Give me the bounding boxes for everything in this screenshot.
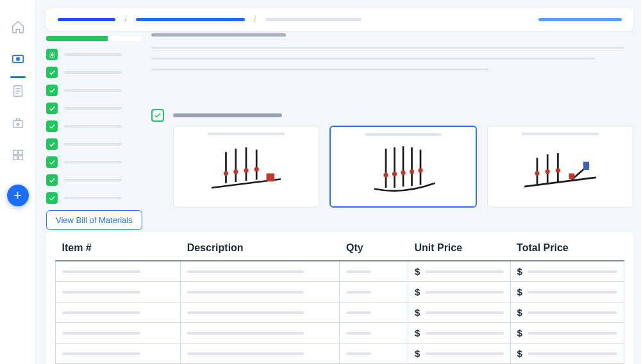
checklist-item[interactable] [46,67,142,78]
svg-rect-7 [13,151,17,154]
svg-point-30 [410,169,414,174]
checklist-label [64,89,122,92]
checklist-item[interactable] [46,103,142,114]
checklist-item[interactable] [46,174,142,186]
rail-apps[interactable] [9,147,27,165]
svg-point-29 [401,170,405,175]
cell-total-price [528,311,617,314]
cell-item [62,291,140,294]
cell-item [62,311,140,314]
breadcrumb-crumb-1[interactable] [58,18,115,21]
svg-point-36 [535,171,539,176]
cell-unit-price [425,311,503,314]
svg-rect-8 [18,151,22,154]
currency-symbol: $ [415,286,420,297]
checklist-label [64,197,122,199]
checklist-item[interactable] [46,138,142,150]
home-icon [11,20,25,37]
card-title [365,133,442,136]
section-head [151,109,282,122]
check-icon [46,120,58,132]
checklist-label [64,53,122,56]
manifold-thumbnail [497,140,624,201]
currency-symbol: $ [415,348,420,359]
checklist-item[interactable] [46,49,142,60]
cell-qty [346,270,370,273]
currency-symbol: $ [517,327,522,338]
cell-desc [187,270,304,273]
checklist-item[interactable] [46,85,142,96]
section-title [173,113,282,117]
th-description: Description [181,238,340,261]
left-rail: + [0,0,36,364]
currency-symbol: $ [415,266,420,277]
cell-unit-price [425,332,503,335]
checklist-item[interactable] [46,156,142,168]
svg-point-37 [545,169,550,174]
th-unit-price: Unit Price [408,238,510,261]
table-row: $ $ [56,323,624,343]
breadcrumb-sep: / [124,14,127,24]
cell-item [62,352,140,355]
cell-desc [187,291,304,294]
cell-desc [187,352,304,355]
option-card-3[interactable] [487,126,633,208]
breadcrumb-crumb-2[interactable] [136,18,245,21]
svg-rect-1 [16,57,20,61]
check-icon [46,67,58,78]
svg-point-18 [233,169,238,174]
manifold-thumbnail [183,140,310,201]
rail-export[interactable] [9,115,27,133]
breadcrumb-crumb-3[interactable] [265,18,362,21]
bom-table: Item # Description Qty Unit Price Total … [55,238,624,364]
check-icon [46,138,58,150]
svg-rect-21 [267,174,275,182]
breadcrumb-sep: / [254,14,256,24]
breadcrumb-action[interactable] [538,18,622,21]
cell-unit-price [425,291,503,294]
header-lines [151,33,633,79]
rail-home[interactable] [9,19,27,37]
cell-total-price [528,291,617,294]
svg-rect-9 [13,156,17,160]
option-card-2[interactable] [329,126,477,208]
checklist-label [64,143,122,145]
svg-point-28 [392,172,397,176]
cell-total-price [528,352,617,355]
breadcrumb-bar: / / [46,8,633,31]
progress-bar [46,36,141,41]
page-subline-3 [151,69,488,70]
currency-symbol: $ [517,266,522,277]
cell-desc [187,332,304,335]
svg-rect-39 [569,174,575,179]
table-row: $ $ [56,343,624,364]
rail-module[interactable] [9,51,27,69]
option-card-1[interactable] [173,126,319,208]
checklist-item[interactable] [46,192,142,204]
cell-desc [187,311,304,314]
option-cards [173,126,633,208]
card-title [522,133,599,135]
add-button[interactable]: + [7,185,29,206]
view-bom-button[interactable]: View Bill of Materials [46,210,142,230]
checklist [46,49,142,228]
bom-tbody: $ $ $ $ $ $ [56,261,624,364]
check-icon [46,156,58,168]
svg-point-31 [418,168,422,172]
cell-qty [346,291,370,294]
export-icon [11,116,25,133]
rail-document[interactable] [9,83,27,101]
checklist-label [64,71,122,74]
table-row: $ $ [56,282,624,302]
svg-point-38 [556,168,560,172]
cell-item [62,332,140,335]
check-icon [46,85,58,96]
svg-point-17 [224,171,228,176]
check-icon [46,103,58,114]
check-icon [46,174,58,186]
page-subline-1 [151,47,624,49]
checklist-label [64,161,122,163]
section-checkbox[interactable] [151,109,164,122]
check-icon [46,192,58,204]
checklist-item[interactable] [46,120,142,132]
